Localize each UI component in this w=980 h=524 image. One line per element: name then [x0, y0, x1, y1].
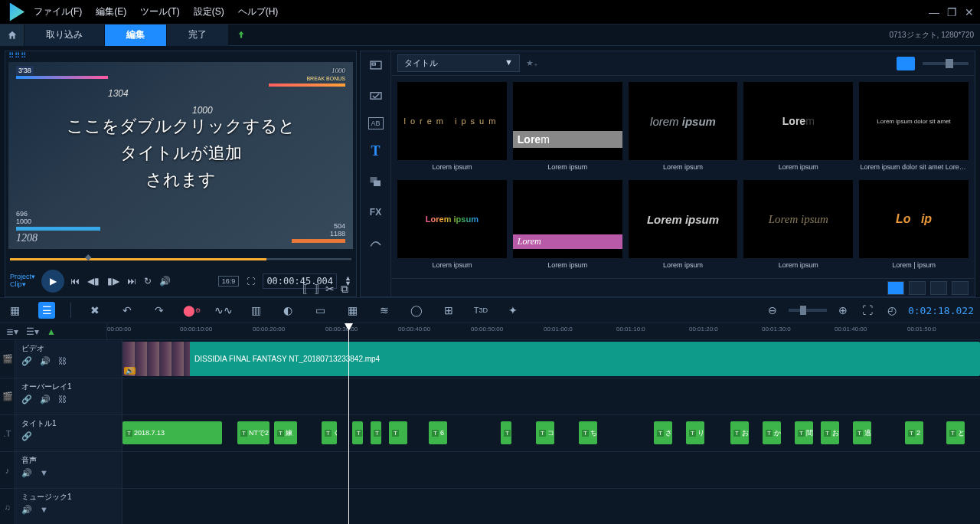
chevron-down-icon[interactable]: ▼: [40, 468, 48, 478]
title-lane[interactable]: T2018.7.13TNTで2T練TくTTTT6TTコTちTさTりTおTかT間T…: [122, 415, 980, 451]
mark-in-icon[interactable]: ⟦: [302, 283, 308, 296]
title-clip[interactable]: Tコ: [536, 421, 554, 444]
title-clip[interactable]: T逃: [853, 421, 871, 444]
mute-icon[interactable]: 🔊: [40, 356, 51, 366]
collapse-icon[interactable]: ▲: [47, 326, 56, 337]
track-height-icon[interactable]: ☰▾: [26, 326, 39, 337]
title-clip[interactable]: T間: [795, 421, 813, 444]
music-lane[interactable]: [122, 489, 980, 524]
title-clip[interactable]: Tく: [322, 421, 337, 444]
aspect-ratio-selector[interactable]: 16:9: [218, 276, 240, 287]
home-icon[interactable]: [0, 25, 24, 46]
library-item[interactable]: Lo ipLorem | ipsum: [859, 180, 969, 272]
view-mode-a-button[interactable]: [887, 281, 904, 295]
speed-icon[interactable]: ≋: [376, 302, 393, 319]
path-icon[interactable]: [367, 234, 385, 252]
view-mode-c-button[interactable]: [930, 281, 947, 295]
record-icon[interactable]: ⬤⚙: [183, 302, 200, 319]
library-item[interactable]: LoremLorem ipsum: [513, 82, 622, 174]
library-item[interactable]: lorem ipsumLorem ipsum: [397, 82, 507, 174]
undo-icon[interactable]: ↶: [119, 302, 136, 319]
favorite-icon[interactable]: ★₊: [526, 58, 538, 68]
menu-edit[interactable]: 編集(E): [96, 5, 126, 18]
audio-lane[interactable]: [122, 452, 980, 488]
mark-out-icon[interactable]: ⟧: [314, 283, 319, 296]
overlay-lane[interactable]: [122, 378, 980, 414]
lock-icon[interactable]: ⛓: [58, 395, 67, 404]
library-item[interactable]: lorem ipsumLorem ipsum: [629, 82, 738, 174]
3d-title-icon[interactable]: T3D: [472, 302, 489, 319]
fit-icon[interactable]: ⛶: [859, 302, 876, 319]
link-icon[interactable]: 🔗: [21, 395, 32, 404]
preview-viewport[interactable]: 3'38 1000 BREAK BONUS 1304 1000 ここをダブルクリ…: [8, 62, 353, 249]
menu-settings[interactable]: 設定(S): [194, 5, 224, 18]
loop-icon[interactable]: ↻: [144, 276, 152, 287]
tab-finish[interactable]: 完了: [167, 25, 229, 46]
zoom-slider[interactable]: [789, 309, 827, 312]
step-fwd-icon[interactable]: ▮▶: [107, 276, 119, 287]
preview-scrubber[interactable]: ◆: [10, 254, 351, 264]
tab-edit[interactable]: 編集: [105, 25, 167, 46]
title-clip[interactable]: T練: [274, 421, 297, 444]
motion-icon[interactable]: ◐: [279, 302, 296, 319]
go-start-icon[interactable]: ⏮: [70, 276, 80, 287]
redo-icon[interactable]: ↷: [151, 302, 168, 319]
panel-grip-icon[interactable]: ⠿⠿⠿: [5, 51, 356, 59]
title-clip[interactable]: Tか: [763, 421, 781, 444]
library-item[interactable]: Lorem ipsumLorem ipsum: [397, 180, 507, 272]
menu-help[interactable]: ヘルプ(H): [238, 5, 279, 18]
chevron-down-icon[interactable]: ▼: [40, 505, 48, 515]
menu-tool[interactable]: ツール(T): [140, 5, 179, 18]
title-clip[interactable]: T6: [429, 421, 447, 444]
storyboard-view-icon[interactable]: ▦: [6, 302, 23, 319]
lock-icon[interactable]: ⛓: [58, 356, 67, 366]
title-clip[interactable]: Tち: [579, 421, 597, 444]
timeline-timecode[interactable]: 0:02:18.022: [908, 305, 974, 316]
go-end-icon[interactable]: ⏭: [127, 276, 136, 287]
mute-icon[interactable]: 🔊: [21, 468, 32, 478]
title-clip[interactable]: T: [501, 421, 511, 444]
zoom-out-icon[interactable]: ⊖: [764, 302, 781, 319]
multicam-icon[interactable]: ⊞: [440, 302, 457, 319]
maximize-icon[interactable]: ❐: [947, 6, 957, 18]
mute-icon[interactable]: 🔊: [40, 395, 51, 404]
title-clip[interactable]: T: [352, 421, 363, 444]
mute-icon[interactable]: 🔊: [21, 505, 32, 515]
marker-tool-icon[interactable]: ▥: [247, 302, 264, 319]
title-clip[interactable]: Tお: [821, 421, 839, 444]
subtitle-icon[interactable]: ▭: [312, 302, 328, 319]
menu-file[interactable]: ファイル(F): [34, 5, 82, 18]
zoom-in-icon[interactable]: ⊕: [835, 302, 851, 319]
title-clip[interactable]: T: [389, 421, 407, 444]
timeline-view-icon[interactable]: ☰: [38, 302, 55, 319]
title-clip[interactable]: Tお: [730, 421, 749, 444]
mask-icon[interactable]: ✦: [505, 302, 521, 319]
title-clip[interactable]: Tさ: [654, 421, 672, 444]
title-clip[interactable]: T2: [905, 421, 923, 444]
category-dropdown[interactable]: タイトル▼: [397, 54, 520, 72]
track-options-icon[interactable]: ≣▾: [6, 326, 18, 337]
library-item[interactable]: Lorem ipsum dolor sit ametLorem ipsum do…: [859, 82, 969, 174]
title-clip[interactable]: Tり: [686, 421, 704, 444]
fx-icon[interactable]: FX: [367, 203, 385, 221]
title-clip[interactable]: Tと: [946, 421, 965, 444]
link-icon[interactable]: 🔗: [21, 356, 32, 366]
tab-import[interactable]: 取り込み: [24, 25, 105, 46]
close-icon[interactable]: ✕: [965, 6, 974, 18]
thumbnail-view-button[interactable]: [897, 57, 915, 70]
edit-button[interactable]: [952, 281, 969, 295]
step-back-icon[interactable]: ◀▮: [87, 276, 100, 287]
play-button[interactable]: ▶: [41, 270, 64, 293]
timeline-ruler[interactable]: ≣▾ ☰▾ ▲ 00:00:0000:00:10:0000:00:20:0000…: [0, 323, 980, 340]
video-lane[interactable]: DISSIDIA FINAL FANTASY NT_20180713233842…: [122, 340, 980, 378]
clip-mode-label[interactable]: Clip▾: [10, 281, 35, 289]
title-clip[interactable]: T2018.7.13: [122, 421, 222, 444]
volume-icon[interactable]: 🔊: [159, 276, 171, 287]
library-item[interactable]: Lorem ipsumLorem ipsum: [743, 180, 853, 272]
crop-icon[interactable]: ⧉: [341, 283, 348, 296]
title-clip[interactable]: TNTで2: [237, 421, 270, 444]
minimize-icon[interactable]: ―: [929, 6, 939, 18]
expand-icon[interactable]: ⛶: [247, 277, 255, 286]
caption-icon[interactable]: AB: [368, 117, 384, 129]
library-item[interactable]: Lorem ipsumLorem ipsum: [629, 180, 738, 272]
